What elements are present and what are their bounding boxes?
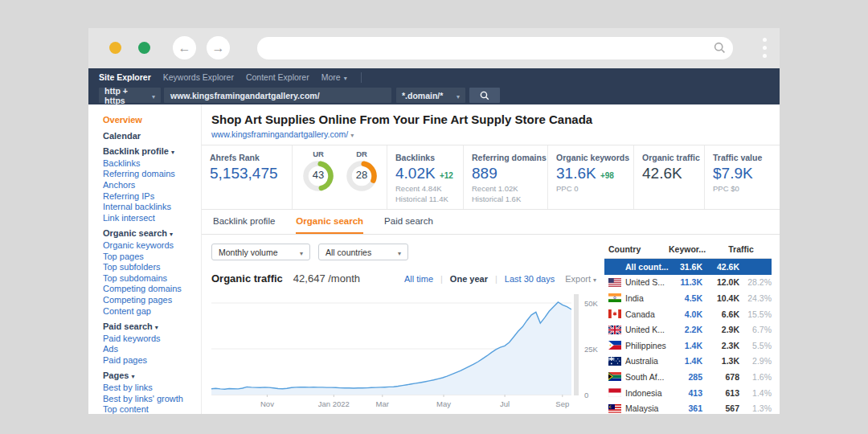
metric-organic-keywords: Organic keywords ​31.6K +98 PPC 0	[548, 145, 634, 209]
country-traffic-pct: 2.9%	[739, 356, 772, 366]
range-one-year[interactable]: One year	[450, 274, 488, 284]
chart-value: 42,647 /month	[293, 272, 360, 285]
country-traffic: 12.0K	[702, 277, 739, 287]
search-button[interactable]	[469, 88, 500, 103]
target-input-row: http + https www.kingsframingandartgalle…	[88, 86, 780, 104]
sidebar-item-referring-domains[interactable]: Referring domains	[103, 169, 201, 180]
nav-item-site-explorer[interactable]: Site Explorer	[99, 72, 151, 82]
sidebar-item-organic-keywords[interactable]: Organic keywords	[103, 240, 201, 252]
country-row-south-af[interactable]: South Af...2856781.6%	[604, 369, 772, 385]
window-maximize-dot[interactable]	[138, 42, 150, 54]
tab-backlink-profile[interactable]: Backlink profile	[213, 210, 275, 234]
country-keywords: 361	[669, 403, 702, 413]
sidebar-item-pages[interactable]: Pages	[103, 371, 201, 383]
flag-ph-icon	[608, 341, 621, 350]
tab-paid-search[interactable]: Paid search	[384, 210, 433, 234]
sidebar-item-top-subfolders[interactable]: Top subfolders	[103, 262, 201, 273]
sidebar-item-best-by-links[interactable]: Best by links	[103, 383, 201, 394]
sidebar-item-top-content[interactable]: Top content	[103, 404, 201, 414]
country-row-united-s[interactable]: United S...11.3K12.0K28.2%	[604, 275, 772, 291]
country-traffic: 678	[702, 372, 739, 382]
sidebar-item-backlink-profile[interactable]: Backlink profile	[103, 146, 201, 158]
country-traffic-pct: 15.5%	[739, 309, 772, 319]
flag-za-icon	[608, 372, 621, 381]
window-minimize-dot[interactable]	[109, 42, 121, 54]
range-all-time[interactable]: All time	[404, 274, 433, 284]
country-traffic-pct: 6.7%	[739, 325, 772, 334]
sidebar-item-calendar[interactable]: Calendar	[103, 131, 201, 142]
browser-chrome: ← →	[88, 28, 780, 68]
country-traffic-pct: 28.2%	[739, 277, 772, 287]
sidebar-item-content-gap[interactable]: Content gap	[103, 306, 201, 317]
x-axis-tick: Nov	[260, 399, 274, 408]
browser-forward-button[interactable]: →	[207, 36, 230, 59]
chevron-down-icon	[350, 129, 354, 139]
country-traffic: 613	[702, 388, 739, 398]
sidebar-item-backlinks[interactable]: Backlinks	[103, 158, 201, 170]
browser-back-button[interactable]: ←	[173, 36, 196, 59]
country-traffic: 2.9K	[702, 325, 739, 334]
sidebar-item-anchors[interactable]: Anchors	[103, 180, 201, 191]
country-row-united-k[interactable]: United K...2.2K2.9K6.7%	[604, 321, 772, 338]
domain-link[interactable]: www.kingsframingandartgallery.com/	[211, 129, 770, 139]
country-traffic-pct: 1.4%	[739, 388, 772, 398]
country-row-malaysia[interactable]: Malaysia3615671.3%	[604, 400, 772, 414]
country-row-india[interactable]: India4.5K10.4K24.3%	[604, 290, 772, 306]
export-button[interactable]: Export	[565, 274, 596, 284]
target-url-input[interactable]: www.kingsframingandartgallery.com/	[164, 88, 391, 103]
flag-ca-icon	[608, 309, 621, 318]
traffic-column-header[interactable]: Traffic	[710, 244, 772, 254]
flag-us-icon	[608, 278, 621, 287]
country-row-canada[interactable]: Canada4.0K6.6K15.5%	[604, 306, 772, 322]
x-axis-tick: Sep	[555, 399, 569, 408]
browser-menu-icon[interactable]	[763, 38, 767, 62]
sidebar-item-ads[interactable]: Ads	[103, 344, 201, 355]
sidebar-item-competing-pages[interactable]: Competing pages	[103, 295, 201, 306]
metric-organic-traffic: Organic traffic 42.6K	[634, 145, 705, 209]
sidebar-item-link-intersect[interactable]: Link intersect	[103, 213, 201, 224]
country-keywords: 1.4K	[669, 356, 702, 366]
nav-item-content-explorer[interactable]: Content Explorer	[246, 72, 309, 82]
tab-organic-search[interactable]: Organic search	[296, 210, 363, 234]
sidebar-item-paid-pages[interactable]: Paid pages	[103, 355, 201, 366]
country-keywords: 285	[669, 372, 702, 382]
sidebar-item-competing-domains[interactable]: Competing domains	[103, 284, 201, 295]
sidebar-item-internal-backlinks[interactable]: Internal backlinks	[103, 202, 201, 213]
sidebar-item-top-pages[interactable]: Top pages	[103, 252, 201, 263]
sidebar: OverviewCalendarBacklink profileBacklink…	[88, 104, 201, 414]
country-row-philippines[interactable]: Philippines1.4K2.3K5.5%	[604, 338, 772, 354]
metrics-row: Ahrefs Rank 5,153,475 UR43 DR28 Backlink…	[202, 145, 780, 210]
range-last-30-days[interactable]: Last 30 days	[505, 274, 555, 284]
dr-donut: DR28	[344, 149, 379, 196]
country-select[interactable]: All countries	[318, 244, 408, 260]
page-title: Shop Art Supplies Online From Your Fine …	[211, 113, 770, 126]
sidebar-item-paid-search[interactable]: Paid search	[103, 321, 201, 334]
protocol-select[interactable]: http + https	[99, 88, 161, 103]
chevron-down-icon	[171, 146, 174, 158]
nav-item-keywords-explorer[interactable]: Keywords Explorer	[163, 72, 234, 82]
main-panel: Shop Art Supplies Online From Your Fine …	[201, 104, 780, 414]
nav-item-more[interactable]: More	[321, 72, 347, 82]
sidebar-item-organic-search[interactable]: Organic search	[103, 228, 201, 240]
section-tabs: Backlink profileOrganic searchPaid searc…	[202, 210, 780, 235]
metric-ur-dr: UR43 DR28	[293, 145, 387, 209]
scope-select[interactable]: *.domain/*	[396, 88, 465, 103]
browser-address-bar[interactable]	[257, 37, 733, 59]
sidebar-item-paid-keywords[interactable]: Paid keywords	[103, 334, 201, 345]
country-name: India	[625, 293, 644, 303]
x-axis-tick: Mar	[376, 399, 389, 408]
sidebar-item-best-by-links-growth[interactable]: Best by links' growth	[103, 394, 201, 405]
country-keywords: 2.2K	[669, 325, 702, 334]
country-row-indonesia[interactable]: Indonesia4136131.4%	[604, 385, 772, 401]
sidebar-item-top-subdomains[interactable]: Top subdomains	[103, 273, 201, 285]
keywords-column-header[interactable]: Keywor...	[669, 244, 710, 254]
country-row-australia[interactable]: Australia1.4K1.3K2.9%	[604, 354, 772, 370]
country-name: All count...	[625, 262, 669, 272]
chevron-down-icon	[593, 274, 596, 284]
sidebar-item-referring-ips[interactable]: Referring IPs	[103, 191, 201, 203]
country-row-all-count[interactable]: All count...31.6K42.6K	[604, 259, 772, 275]
ur-donut: UR43	[301, 149, 336, 196]
flag-in-icon	[608, 293, 621, 302]
volume-select[interactable]: Monthly volume	[211, 244, 310, 260]
sidebar-item-overview[interactable]: Overview	[103, 115, 201, 126]
